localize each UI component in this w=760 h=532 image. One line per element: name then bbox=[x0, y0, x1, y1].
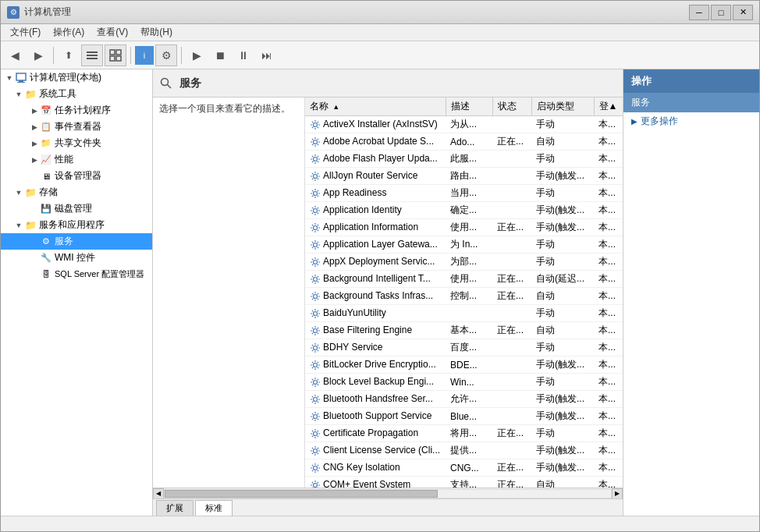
expand-svcapps[interactable]: ▼ bbox=[13, 220, 24, 231]
restart-button[interactable]: ⏭ bbox=[256, 44, 278, 66]
menu-help[interactable]: 帮助(H) bbox=[134, 24, 179, 41]
maximize-button[interactable]: □ bbox=[711, 5, 731, 20]
col-header-desc[interactable]: 描述 bbox=[446, 98, 492, 116]
expand-event[interactable]: ▶ bbox=[29, 122, 40, 133]
sidebar-item-event-viewer[interactable]: ▶ 📋 事件查看器 bbox=[1, 119, 152, 135]
service-startup: 手动 bbox=[531, 425, 594, 442]
table-row[interactable]: BDHY Service百度...手动本... bbox=[305, 339, 623, 356]
table-row[interactable]: Block Level Backup Engi...Win...手动本... bbox=[305, 374, 623, 391]
tab-standard[interactable]: 标准 bbox=[195, 500, 233, 516]
expand-root[interactable]: ▼ bbox=[4, 73, 15, 83]
play-button[interactable]: ▶ bbox=[186, 44, 208, 66]
expand-system[interactable]: ▼ bbox=[13, 89, 24, 100]
up-button[interactable]: ⬆ bbox=[58, 44, 80, 66]
menu-file[interactable]: 文件(F) bbox=[4, 24, 47, 41]
minimize-button[interactable]: ─ bbox=[689, 5, 709, 20]
sidebar-system-tools[interactable]: ▼ 📁 系统工具 bbox=[1, 86, 152, 102]
col-header-login[interactable]: 登▲ bbox=[594, 98, 623, 116]
table-row[interactable]: Bluetooth Support ServiceBlue...手动(触发...… bbox=[305, 408, 623, 425]
table-row[interactable]: Bluetooth Handsfree Ser...允许...手动(触发...本… bbox=[305, 391, 623, 408]
sidebar-item-services[interactable]: ⚙ 服务 bbox=[1, 233, 152, 250]
toolbar-btn-5[interactable]: ⚙ bbox=[155, 44, 177, 66]
horizontal-scrollbar[interactable]: ◀ ▶ bbox=[153, 488, 623, 498]
sidebar-storage[interactable]: ▼ 📁 存储 bbox=[1, 184, 152, 200]
table-row[interactable]: Adobe Acrobat Update S...Ado...正在...自动本.… bbox=[305, 133, 623, 151]
sidebar-item-task-scheduler[interactable]: ▶ 📅 任务计划程序 bbox=[1, 102, 152, 119]
table-row[interactable]: Base Filtering Engine基本...正在...自动本... bbox=[305, 322, 623, 339]
table-row[interactable]: Background Intelligent T...使用...正在...自动(… bbox=[305, 271, 623, 288]
toolbar-btn-4[interactable] bbox=[105, 44, 126, 66]
scroll-left-button[interactable]: ◀ bbox=[153, 488, 164, 499]
scroll-track[interactable] bbox=[164, 489, 612, 498]
actions-header: 操作 bbox=[623, 69, 759, 93]
tab-expand[interactable]: 扩展 bbox=[156, 500, 194, 516]
table-row[interactable]: CNG Key IsolationCNG...正在...手动(触发...本... bbox=[305, 459, 623, 477]
services-table-scroll[interactable]: 名称 ▲ 描述 状态 bbox=[305, 98, 623, 488]
table-row[interactable]: App Readiness当用...手动本... bbox=[305, 185, 623, 202]
service-row-icon bbox=[310, 257, 321, 268]
svg-point-10 bbox=[162, 78, 169, 85]
table-row[interactable]: Application Identity确定...手动(触发...本... bbox=[305, 202, 623, 219]
table-row[interactable]: Application Information使用...正在...手动(触发..… bbox=[305, 219, 623, 236]
table-row[interactable]: AllJoyn Router Service路由...手动(触发...本... bbox=[305, 168, 623, 185]
window-title: 计算机管理 bbox=[24, 5, 71, 19]
sidebar-item-shared-folders[interactable]: ▶ 📁 共享文件夹 bbox=[1, 135, 152, 151]
actions-more-item[interactable]: ▶ 更多操作 bbox=[623, 112, 759, 130]
actions-more-label: 更多操作 bbox=[641, 115, 678, 128]
table-row[interactable]: Client License Service (Cli...提供...手动(触发… bbox=[305, 442, 623, 459]
scroll-thumb[interactable] bbox=[165, 490, 438, 498]
svc-label: 服务 bbox=[55, 235, 73, 248]
service-row-icon bbox=[310, 411, 321, 422]
col-header-status[interactable]: 状态 bbox=[492, 98, 531, 116]
col-header-startup[interactable]: 启动类型 bbox=[531, 98, 594, 116]
sidebar-item-sql[interactable]: 🗄 SQL Server 配置管理器 bbox=[1, 266, 152, 282]
table-row[interactable]: BaiduYunUtility手动本... bbox=[305, 305, 623, 322]
service-row-icon bbox=[310, 360, 321, 371]
service-login: 本... bbox=[594, 339, 623, 356]
forward-button[interactable]: ▶ bbox=[27, 44, 49, 66]
toolbar-blue-btn[interactable]: i bbox=[135, 46, 154, 65]
service-name: Bluetooth Support Service bbox=[323, 410, 431, 421]
pause-button[interactable]: ⏸ bbox=[233, 44, 254, 66]
service-status bbox=[492, 185, 531, 202]
table-row[interactable]: COM+ Event System支持...正在...自动本... bbox=[305, 477, 623, 488]
table-row[interactable]: Background Tasks Infras...控制...正在...自动本.… bbox=[305, 288, 623, 305]
stop-button[interactable]: ⏹ bbox=[209, 44, 231, 66]
sidebar: ▼ 计算机管理(本地) ▼ 📁 系统工具 ▶ 📅 任务计划程序 ▶ bbox=[1, 69, 153, 516]
bottom-tab-bar: 扩展 标准 bbox=[153, 498, 623, 516]
service-status: 正在... bbox=[492, 271, 531, 288]
expand-task[interactable]: ▶ bbox=[29, 105, 40, 116]
sidebar-services-apps[interactable]: ▼ 📁 服务和应用程序 bbox=[1, 217, 152, 233]
svg-point-26 bbox=[314, 363, 318, 367]
event-label: 事件查看器 bbox=[55, 120, 101, 133]
service-status bbox=[492, 339, 531, 356]
toolbar-btn-3[interactable] bbox=[81, 44, 103, 66]
close-button[interactable]: ✕ bbox=[733, 5, 753, 20]
back-button[interactable]: ◀ bbox=[4, 44, 26, 66]
service-startup: 手动(触发... bbox=[531, 408, 594, 425]
scroll-right-button[interactable]: ▶ bbox=[612, 488, 623, 499]
expand-storage[interactable]: ▼ bbox=[13, 187, 24, 198]
sidebar-item-disk-management[interactable]: 💾 磁盘管理 bbox=[1, 200, 152, 217]
service-desc: 路由... bbox=[446, 168, 492, 185]
service-desc: 当用... bbox=[446, 185, 492, 202]
table-row[interactable]: BitLocker Drive Encryptio...BDE...手动(触发.… bbox=[305, 356, 623, 374]
svg-point-16 bbox=[314, 191, 318, 195]
table-row[interactable]: Certificate Propagation将用...正在...手动本... bbox=[305, 425, 623, 442]
table-row[interactable]: ActiveX Installer (AxInstSV)为从...手动本... bbox=[305, 116, 623, 133]
expand-perf[interactable]: ▶ bbox=[29, 154, 40, 165]
sidebar-root[interactable]: ▼ 计算机管理(本地) bbox=[1, 69, 152, 86]
menu-view[interactable]: 查看(V) bbox=[91, 24, 134, 41]
table-row[interactable]: Adobe Flash Player Upda...此服...手动本... bbox=[305, 151, 623, 168]
sidebar-item-performance[interactable]: ▶ 📈 性能 bbox=[1, 151, 152, 168]
table-row[interactable]: Application Layer Gatewa...为 In...手动本... bbox=[305, 236, 623, 254]
service-desc: Ado... bbox=[446, 133, 492, 151]
expand-shared[interactable]: ▶ bbox=[29, 138, 40, 149]
table-row[interactable]: AppX Deployment Servic...为部...手动本... bbox=[305, 254, 623, 271]
sidebar-item-device-manager[interactable]: 🖥 设备管理器 bbox=[1, 168, 152, 184]
col-header-name[interactable]: 名称 ▲ bbox=[305, 98, 446, 116]
sidebar-item-wmi[interactable]: 🔧 WMI 控件 bbox=[1, 250, 152, 266]
service-login: 本... bbox=[594, 425, 623, 442]
service-content-area: 选择一个项目来查看它的描述。 名称 ▲ bbox=[153, 98, 623, 488]
menu-action[interactable]: 操作(A) bbox=[47, 24, 91, 41]
